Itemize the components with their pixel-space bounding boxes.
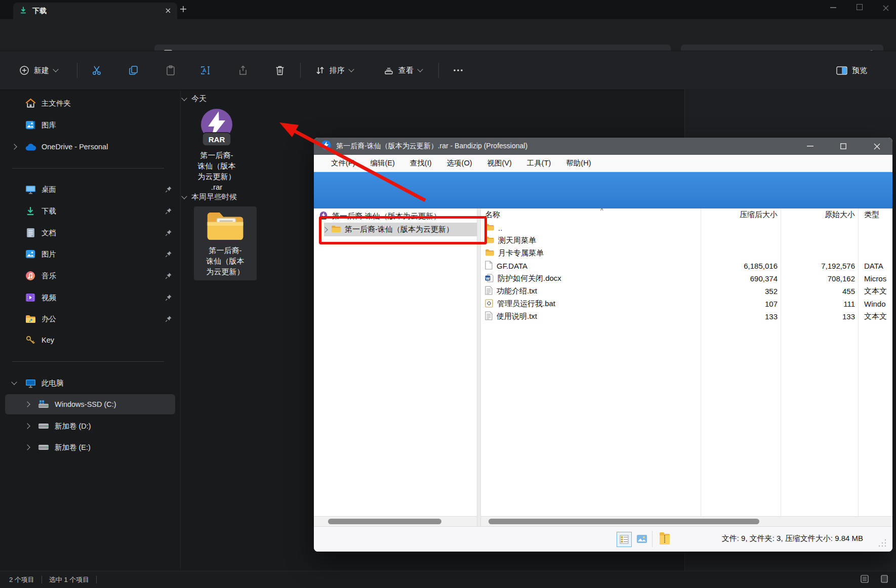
- annotation-highlight-box: [319, 216, 487, 244]
- more-options-button[interactable]: [447, 59, 469, 81]
- menu-edit[interactable]: 编辑(E): [371, 158, 395, 168]
- chevron-down-icon: [348, 66, 354, 72]
- file-name: GF.DATA: [497, 262, 527, 270]
- bandizip-content: 第一后裔-诛仙（版本为云更新） 第一后裔-诛仙（版本为云更新） ^: [314, 208, 892, 516]
- sidebar-item-videos[interactable]: 视频: [5, 287, 175, 308]
- column-header-original[interactable]: 原始大小: [781, 210, 858, 220]
- tree-horizontal-scrollbar[interactable]: [314, 516, 477, 527]
- file-row[interactable]: 功能介绍.txt 352 455 文本文: [481, 285, 892, 298]
- sidebar-item-label: Windows-SSD (C:): [55, 400, 175, 408]
- sidebar-item-label: 下载: [42, 206, 157, 216]
- file-row[interactable]: W防护如何关闭.docx 690,374 708,162 Micros: [481, 272, 892, 285]
- group-header-earlier[interactable]: 本周早些时候: [182, 192, 237, 202]
- menu-help[interactable]: 帮助(H): [566, 158, 591, 168]
- sidebar-item-desktop[interactable]: 桌面: [5, 179, 175, 199]
- sidebar-item-downloads[interactable]: 下载: [5, 201, 175, 221]
- list-horizontal-scrollbar[interactable]: [481, 516, 892, 527]
- scrollbar-thumb[interactable]: [328, 519, 441, 524]
- share-button[interactable]: [232, 59, 254, 81]
- menu-find[interactable]: 查找(I): [410, 158, 432, 168]
- column-header-name[interactable]: 名称: [481, 210, 701, 220]
- sidebar-item-home[interactable]: 主文件夹: [5, 93, 175, 113]
- file-name: 防护如何关闭.docx: [498, 274, 561, 283]
- scrollbar-thumb[interactable]: [488, 519, 759, 524]
- bandizip-title-bar[interactable]: 第一后裔-诛仙（版本为云更新）.rar - Bandizip (Professi…: [314, 138, 892, 155]
- desktop-screenshot: 下载: [0, 0, 896, 588]
- file-row[interactable]: 月卡专属菜单: [481, 247, 892, 260]
- sidebar-splitter[interactable]: [180, 91, 181, 569]
- copy-button[interactable]: [123, 59, 145, 81]
- sidebar-item-gallery[interactable]: 图库: [5, 115, 175, 135]
- sort-button[interactable]: 排序: [310, 59, 358, 81]
- rename-button[interactable]: A: [195, 59, 217, 81]
- folder-icon: [206, 211, 245, 244]
- details-view-icon[interactable]: [861, 575, 869, 585]
- sidebar-item-onedrive[interactable]: OneDrive - Personal: [5, 137, 175, 157]
- file-original-size: 133: [781, 312, 858, 321]
- resize-grip[interactable]: [878, 539, 886, 549]
- expand-icon[interactable]: [24, 401, 30, 407]
- column-header-type[interactable]: 类型: [858, 210, 892, 220]
- archive-folder-icon[interactable]: [658, 531, 671, 548]
- file-row[interactable]: 测天周菜单: [481, 234, 892, 247]
- file-name: 月卡专属菜单: [498, 248, 544, 258]
- divider: [77, 63, 77, 78]
- bandizip-status-text: 文件: 9, 文件夹: 3, 压缩文件大小: 9.84 MB: [722, 534, 863, 543]
- thumbnail-view-toggle-icon[interactable]: [636, 533, 648, 547]
- menu-view[interactable]: 视图(V): [487, 158, 511, 168]
- sidebar-item-documents[interactable]: 文档: [5, 223, 175, 243]
- desktop-icon: [24, 185, 36, 194]
- menu-options[interactable]: 选项(O): [447, 158, 472, 168]
- window-close-button[interactable]: [883, 4, 889, 13]
- bandizip-close-button[interactable]: [868, 140, 885, 152]
- sidebar-item-drive-e[interactable]: 新加卷 (E:): [5, 437, 175, 457]
- sidebar-item-label: 图库: [42, 120, 175, 130]
- sidebar-item-music[interactable]: 音乐: [5, 266, 175, 286]
- text-file-icon: [485, 286, 493, 297]
- document-icon: [24, 228, 36, 238]
- sidebar-item-pictures[interactable]: 图片: [5, 244, 175, 264]
- bandizip-maximize-button[interactable]: [835, 140, 852, 152]
- word-file-icon: W: [485, 274, 494, 284]
- sidebar-item-office[interactable]: 办公: [5, 309, 175, 329]
- sidebar-item-key[interactable]: Key: [5, 330, 175, 350]
- expand-icon[interactable]: [24, 423, 30, 429]
- chevron-down-icon: [181, 95, 187, 101]
- list-header-row[interactable]: 名称 压缩后大小 原始大小 类型: [481, 208, 892, 221]
- details-view-toggle-icon[interactable]: [617, 532, 632, 547]
- window-maximize-button[interactable]: [857, 4, 863, 10]
- menu-tools[interactable]: 工具(T): [527, 158, 551, 168]
- expand-icon[interactable]: [11, 144, 17, 149]
- sidebar-item-drive-c[interactable]: Windows-SSD (C:): [5, 394, 175, 414]
- delete-button[interactable]: [269, 59, 291, 81]
- file-item-rar[interactable]: RAR 第一后裔- 诛仙（版本 为云更新） .rar: [181, 105, 252, 192]
- large-icons-view-icon[interactable]: [881, 575, 888, 585]
- bandizip-minimize-button[interactable]: [801, 140, 819, 152]
- group-header-today[interactable]: 今天: [182, 94, 207, 104]
- explorer-tab-downloads[interactable]: 下载: [13, 3, 177, 19]
- file-row[interactable]: 使用说明.txt 133 133 文本文: [481, 310, 892, 323]
- window-minimize-button[interactable]: [830, 7, 836, 8]
- new-button[interactable]: 新建: [14, 59, 63, 81]
- tab-close-icon[interactable]: [165, 7, 171, 16]
- file-row[interactable]: GF.DATA 6,185,016 7,192,576 DATA: [481, 260, 892, 272]
- view-button[interactable]: 查看: [379, 59, 427, 81]
- file-item-folder-selected[interactable]: 第一后裔- 诛仙（版本 为云更新）: [194, 206, 257, 280]
- collapse-icon[interactable]: [11, 379, 17, 385]
- videos-icon: [24, 292, 36, 303]
- new-tab-button[interactable]: [179, 5, 187, 15]
- file-original-size: 111: [781, 300, 858, 308]
- expand-icon[interactable]: [24, 444, 30, 450]
- column-header-packed[interactable]: 压缩后大小: [701, 210, 781, 220]
- preview-toggle-button[interactable]: 预览: [836, 59, 867, 81]
- sidebar-item-label: 视频: [42, 293, 157, 303]
- pin-icon: [162, 315, 175, 322]
- menu-file[interactable]: 文件(F): [331, 158, 355, 168]
- panel-splitter[interactable]: [477, 208, 481, 526]
- cut-button[interactable]: [86, 59, 108, 81]
- sidebar-item-drive-d[interactable]: 新加卷 (D:): [5, 416, 175, 436]
- paste-button[interactable]: [159, 59, 182, 81]
- sidebar-item-this-pc[interactable]: 此电脑: [5, 373, 175, 393]
- file-row[interactable]: ..: [481, 222, 892, 234]
- file-row[interactable]: 管理员运行我.bat 107 111 Windo: [481, 298, 892, 310]
